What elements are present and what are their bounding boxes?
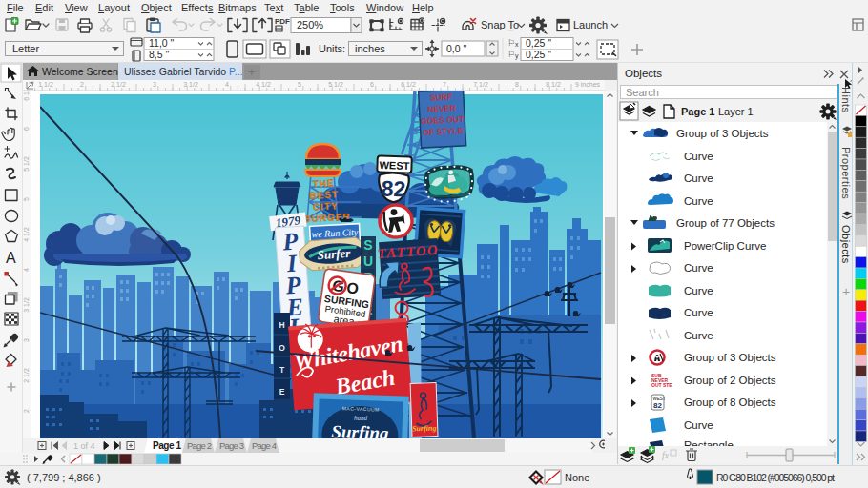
svg-text:6: 6 [370,81,374,88]
svg-text:OUT STE: OUT STE [651,382,672,388]
svg-text:4 1/2: 4 1/2 [256,81,271,88]
svg-text:0,0 ": 0,0 " [446,43,467,54]
svg-text:Page 1: Page 1 [153,440,181,451]
svg-text:E: E [279,387,285,396]
svg-text:Layer 1: Layer 1 [718,106,754,117]
svg-text:⚐x: ⚐x [507,38,519,48]
svg-text:Curve: Curve [684,151,713,162]
svg-text:4: 4 [225,81,229,88]
svg-text:⚐y: ⚐y [507,50,519,60]
svg-text:9 inches: 9 inches [575,81,601,88]
svg-text:Curve: Curve [684,262,713,274]
svg-text:0,25 ": 0,25 " [526,49,551,60]
svg-text:2 1/2: 2 1/2 [23,368,30,383]
svg-text:1 of 4: 1 of 4 [73,441,95,451]
svg-text:NEVER: NEVER [427,103,457,114]
svg-text:None: None [565,472,589,483]
svg-text:250%: 250% [297,19,323,30]
svg-text:8: 8 [515,81,519,88]
svg-text:U: U [363,254,373,269]
svg-text:Rectangle: Rectangle [684,439,734,446]
svg-text:R0 G80 B102 (#005066) 0,500 pt: R0 G80 B102 (#005066) 0,500 pt [716,472,835,483]
svg-text:Group of 2 Objects: Group of 2 Objects [684,375,776,386]
svg-text:Surfing: Surfing [331,421,389,438]
svg-text:WEST: WEST [379,159,409,172]
svg-text:THE: THE [312,177,335,189]
svg-text:Page 4: Page 4 [252,440,277,451]
svg-text:5: 5 [298,81,301,88]
svg-text:SURF: SURF [430,92,453,102]
svg-text:6 1/2: 6 1/2 [401,81,416,88]
svg-text:8 1/2: 8 1/2 [546,81,561,88]
svg-text:Page 3: Page 3 [219,440,244,451]
svg-text:7 1/2: 7 1/2 [473,81,488,88]
svg-text:Page 2: Page 2 [187,440,212,451]
svg-text:5 1/2: 5 1/2 [23,156,30,172]
svg-text:5 1/2: 5 1/2 [328,81,343,88]
svg-text:2: 2 [80,81,84,88]
svg-text:O: O [345,279,360,297]
svg-text:fx: fx [662,450,670,460]
svg-text:T: T [279,365,285,375]
svg-text:H: H [279,320,284,330]
svg-text:3 1/2: 3 1/2 [183,81,198,88]
svg-text:0,25 ": 0,25 " [526,37,551,49]
svg-text:2 1/2: 2 1/2 [111,81,126,88]
svg-text:Curve: Curve [684,419,713,431]
svg-text:3: 3 [153,81,156,88]
svg-text:2: 2 [23,409,30,413]
svg-text:6: 6 [23,127,30,131]
svg-text:1 1/2: 1 1/2 [38,81,53,88]
svg-text:8,5 ": 8,5 " [149,49,170,60]
svg-text:3: 3 [23,338,30,342]
svg-text:Snap To: Snap To [481,19,519,30]
svg-text:Units:: Units: [319,43,345,54]
svg-text:Curve: Curve [684,173,713,184]
svg-text:Group of 77 Objects: Group of 77 Objects [676,217,775,229]
svg-text:Curve: Curve [684,285,713,296]
svg-text:Curve: Curve [684,307,713,318]
svg-text:PowerClip Curve: PowerClip Curve [684,240,766,252]
svg-text:Group of 3 Objects: Group of 3 Objects [684,352,776,363]
svg-text:CITY: CITY [313,200,339,212]
svg-text:Surfing: Surfing [412,424,437,434]
svg-text:BEST: BEST [309,189,339,201]
svg-text:5: 5 [23,197,30,201]
svg-text:3 1/2: 3 1/2 [23,297,30,313]
svg-text:Page 1: Page 1 [681,106,714,117]
svg-text:Launch: Launch [573,19,608,30]
svg-text:Group of 3 Objects: Group of 3 Objects [676,128,769,139]
svg-text:S: S [363,237,372,253]
svg-text:11,0 ": 11,0 " [149,37,175,49]
svg-text:82: 82 [653,401,662,410]
svg-text:PDF: PDF [275,17,290,26]
svg-text:6 1/2: 6 1/2 [23,91,30,101]
svg-text:4: 4 [23,268,30,272]
svg-text:82: 82 [381,176,405,202]
svg-text:A: A [6,250,16,266]
svg-text:( 7,799 ; 4,866 ): ( 7,799 ; 4,866 ) [27,472,101,483]
svg-text:7: 7 [443,81,446,88]
svg-text:4 1/2: 4 1/2 [23,227,30,242]
svg-text:Curve: Curve [684,195,713,207]
svg-text:Surfer: Surfer [317,246,352,262]
svg-text:Curve: Curve [684,330,713,341]
svg-text:O: O [279,343,285,353]
svg-text:Group of 8 Objects: Group of 8 Objects [684,396,776,408]
